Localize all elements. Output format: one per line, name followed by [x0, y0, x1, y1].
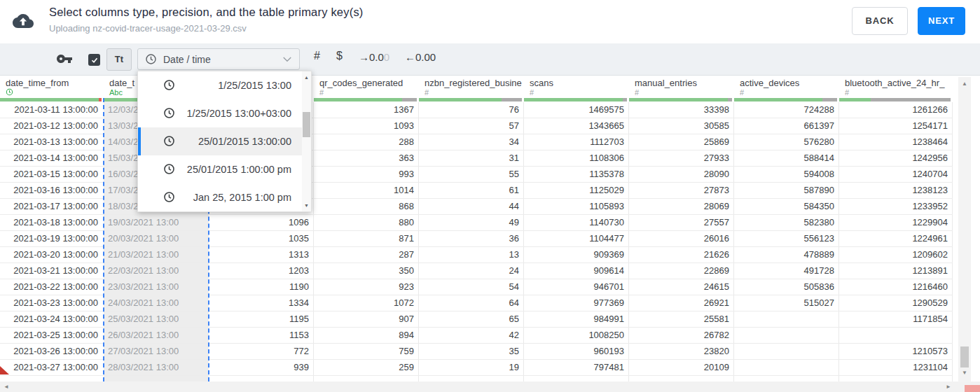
table-cell: 1008250 — [524, 328, 629, 343]
table-cell: 2021-03-23 13:00:00 — [0, 295, 104, 311]
table-cell: 1171854 — [839, 312, 953, 327]
table-cell: 2021-03-22 13:00:00 — [0, 279, 104, 295]
vertical-scrollbar[interactable]: ▲ ▼ — [958, 77, 971, 382]
table-cell: 1104477 — [524, 231, 629, 246]
text-type-button[interactable]: Tt — [106, 48, 132, 71]
table-cell: 491728 — [734, 263, 839, 279]
table-cell: 505836 — [734, 279, 839, 295]
table-cell: 31 — [419, 150, 524, 166]
table-cell: 288 — [314, 134, 419, 150]
column-quality-bar — [839, 98, 951, 102]
scroll-up-icon[interactable]: ▲ — [302, 75, 311, 80]
table-cell — [839, 328, 953, 343]
table-cell: 759 — [314, 344, 419, 359]
table-cell: 30585 — [629, 118, 734, 134]
table-cell: 2021-03-26 13:00:00 — [0, 344, 104, 359]
date-format-option[interactable]: Jan 25, 2015 1:00 pm — [138, 183, 311, 211]
table-cell: 1096 — [209, 215, 314, 230]
table-cell: 24/03/2021 13:00 — [104, 295, 209, 311]
nullable-checkbox[interactable] — [88, 54, 100, 66]
vertical-scrollbar-thumb[interactable] — [960, 346, 969, 368]
column-header-bluetooth_active_24_hr_[interactable]: bluetooth_active_24_hr_# — [839, 76, 953, 98]
table-cell: 64 — [419, 295, 524, 311]
table-cell: 2021-03-27 13:00:00 — [0, 360, 104, 375]
table-cell: 1343665 — [524, 118, 629, 134]
horizontal-scrollbar[interactable]: ◄ ► — [0, 382, 980, 392]
table-cell: 1190 — [209, 279, 314, 295]
increase-decimal-button[interactable]: →0.00 — [359, 51, 389, 63]
table-cell: 1334 — [209, 295, 314, 311]
column-type-indicator: # — [839, 88, 953, 97]
number-type-button[interactable]: # — [314, 50, 320, 62]
column-type-select[interactable]: Date / time — [137, 48, 300, 70]
table-cell — [734, 344, 839, 359]
scroll-up-icon[interactable]: ▲ — [958, 80, 971, 87]
column-type-indicator: # — [419, 88, 524, 97]
decrease-decimal-button[interactable]: ←0.00 — [405, 51, 436, 63]
table-cell: 594008 — [734, 167, 839, 182]
upload-filename-subtitle: Uploading nz-covid-tracer-usage-2021-03-… — [49, 23, 247, 34]
table-cell: 57 — [419, 118, 524, 134]
table-cell: 1469575 — [524, 102, 629, 118]
next-button[interactable]: NEXT — [918, 7, 965, 35]
dropdown-scrollbar[interactable]: ▲ ▼ — [302, 71, 311, 211]
table-row: 2021-03-21 13:00:0022/03/2021 13:0012033… — [0, 263, 953, 279]
table-cell: 25581 — [629, 312, 734, 327]
table-cell: 13 — [419, 247, 524, 262]
table-cell: 797481 — [524, 360, 629, 375]
date-format-option[interactable]: 25/01/2015 1:00:00 pm — [138, 155, 311, 183]
table-row: 2021-03-18 13:00:0019/03/2021 13:0010968… — [0, 215, 953, 231]
column-header-active_devices[interactable]: active_devices# — [734, 76, 839, 98]
table-cell: 1254171 — [839, 118, 953, 134]
table-cell: 27557 — [629, 215, 734, 230]
back-button[interactable]: BACK — [852, 7, 908, 35]
column-name: nzbn_registered_busine — [419, 76, 524, 88]
table-row: 2021-03-25 13:00:0026/03/2021 13:0011538… — [0, 328, 953, 344]
table-cell: 44 — [419, 199, 524, 214]
column-header-scans[interactable]: scans# — [524, 76, 629, 98]
table-cell: 1213891 — [839, 263, 953, 279]
table-cell: 21626 — [629, 247, 734, 262]
table-cell: 22869 — [629, 263, 734, 279]
currency-type-button[interactable]: $ — [336, 50, 343, 62]
column-header-qr_codes_generated[interactable]: qr_codes_generated# — [314, 76, 419, 98]
clock-icon — [163, 79, 175, 91]
table-cell: 23820 — [629, 344, 734, 359]
scroll-left-icon[interactable]: ◄ — [4, 384, 9, 390]
date-format-dropdown-panel: 1/25/2015 13:001/25/2015 13:00+03:0025/0… — [137, 71, 312, 212]
column-name: scans — [524, 76, 629, 88]
scroll-down-icon[interactable]: ▼ — [958, 370, 971, 376]
table-row: 2021-03-24 13:00:0025/03/2021 13:0011959… — [0, 312, 953, 328]
column-header-manual_entries[interactable]: manual_entries# — [629, 76, 734, 98]
table-cell: 1135378 — [524, 167, 629, 182]
date-format-option[interactable]: 1/25/2015 13:00 — [138, 71, 311, 99]
primary-key-icon[interactable] — [56, 50, 74, 69]
table-cell — [734, 360, 839, 375]
dropdown-scrollbar-thumb[interactable] — [303, 112, 310, 137]
table-cell: 2021-03-17 13:00:00 — [0, 199, 104, 214]
table-cell: 24615 — [629, 279, 734, 295]
table-cell: 1125029 — [524, 183, 629, 198]
column-header-nzbn_registered_busine[interactable]: nzbn_registered_busine# — [419, 76, 524, 98]
table-cell: 923 — [314, 279, 419, 295]
clock-icon — [163, 135, 175, 147]
table-cell: 20109 — [629, 360, 734, 375]
date-format-option[interactable]: 1/25/2015 13:00+03:00 — [138, 99, 311, 127]
table-cell: 28069 — [629, 199, 734, 214]
column-header-date_time_from[interactable]: date_time_from — [0, 76, 104, 98]
table-cell: 2021-03-12 13:00:00 — [0, 118, 104, 134]
column-quality-bar — [629, 98, 732, 102]
table-cell: 1093 — [314, 118, 419, 134]
selected-column-left-dashed-border — [103, 98, 104, 382]
table-cell: 1108306 — [524, 150, 629, 166]
chevron-down-icon — [282, 56, 292, 63]
scroll-right-icon[interactable]: ► — [946, 384, 951, 390]
horizontal-scrollbar-thumb[interactable] — [965, 385, 980, 392]
scroll-down-icon[interactable]: ▼ — [302, 203, 311, 208]
page-title: Select columns type, precision, and the … — [49, 6, 364, 19]
column-name: manual_entries — [629, 76, 734, 88]
table-cell: 54 — [419, 279, 524, 295]
date-format-option-selected[interactable]: 25/01/2015 13:00:00 — [138, 127, 311, 155]
table-cell: 23/03/2021 13:00 — [104, 279, 209, 295]
table-cell: 894 — [314, 328, 419, 343]
